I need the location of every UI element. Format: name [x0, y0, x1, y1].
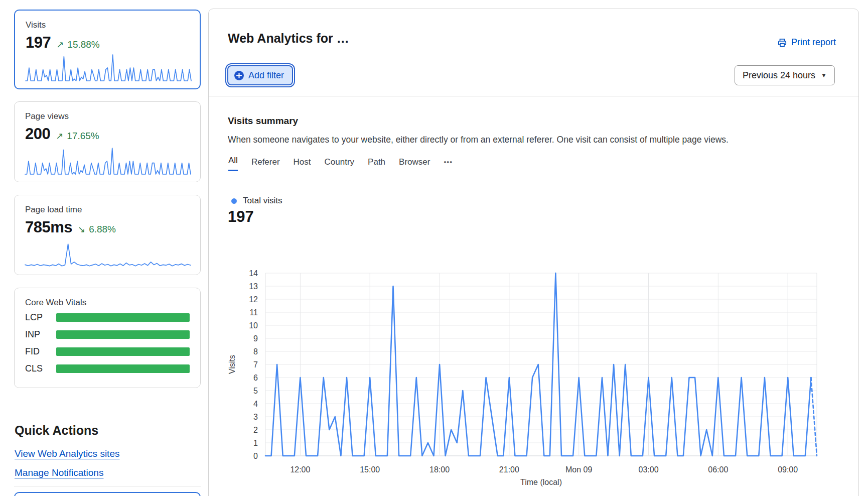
web-analytics-panel: Web Analytics for … Print report Add fil… [208, 9, 859, 496]
sparkline-chart [25, 53, 192, 82]
metric-card-visits[interactable]: Visits 197 ↗15.88% [14, 10, 201, 89]
metric-value: 197 [26, 34, 51, 52]
cut-off-card[interactable] [14, 492, 201, 496]
delta-percent: 17.65% [67, 131, 99, 142]
link-view-web-analytics-sites[interactable]: View Web Analytics sites [15, 448, 119, 459]
print-report-button[interactable]: Print report [777, 37, 836, 48]
chevron-down-icon: ▼ [821, 72, 827, 79]
tab-referer[interactable]: Referer [251, 157, 280, 171]
delta-percent: 15.88% [67, 39, 99, 50]
vital-bar-green [56, 364, 190, 373]
vital-row-cls: CLS [25, 361, 190, 376]
plus-circle-icon [234, 71, 244, 80]
quick-actions-title: Quick Actions [15, 423, 98, 438]
sparkline-chart [25, 242, 191, 268]
total-visits-value: 197 [228, 208, 254, 226]
metric-label: Page views [25, 111, 190, 121]
tab-browser[interactable]: Browser [399, 157, 430, 171]
delta-percent: 6.88% [89, 224, 116, 235]
metric-delta: ↗15.88% [56, 39, 100, 50]
core-web-vitals-title: Core Web Vitals [25, 298, 190, 308]
vital-bar-green [56, 330, 190, 339]
tab-more-icon[interactable]: ••• [444, 158, 453, 171]
print-report-label: Print report [791, 37, 836, 48]
page-title: Web Analytics for … [228, 31, 349, 46]
vital-label: FID [25, 346, 56, 357]
vital-row-lcp: LCP [25, 310, 190, 325]
vital-label: CLS [25, 363, 56, 374]
time-range-dropdown[interactable]: Previous 24 hours ▼ [735, 65, 835, 85]
metric-value: 200 [25, 125, 50, 143]
sparkline-chart [25, 146, 191, 175]
time-range-value: Previous 24 hours [743, 70, 815, 81]
summary-tabs: All Referer Host Country Path Browser ••… [228, 156, 453, 171]
legend-dot-icon [231, 198, 237, 204]
trend-up-icon: ↗ [56, 39, 64, 50]
metric-label: Visits [26, 20, 189, 30]
add-filter-label: Add filter [248, 70, 284, 81]
chart-legend: Total visits [231, 196, 282, 206]
tab-country[interactable]: Country [325, 157, 355, 171]
metric-card-page-load-time[interactable]: Page load time 785ms ↘6.88% [14, 195, 201, 275]
metric-card-page-views[interactable]: Page views 200 ↗17.65% [14, 101, 201, 182]
metric-delta: ↗17.65% [56, 131, 99, 142]
core-web-vitals-card: Core Web Vitals LCP INP FID CLS [14, 288, 201, 388]
link-manage-notifications[interactable]: Manage Notifications [15, 467, 103, 478]
vital-label: INP [25, 329, 56, 340]
vital-bar-green [56, 347, 190, 356]
legend-label: Total visits [243, 196, 282, 206]
sidebar-divider [14, 486, 201, 486]
printer-icon [777, 38, 787, 48]
vital-label: LCP [25, 312, 56, 323]
tab-all[interactable]: All [228, 156, 238, 171]
add-filter-button[interactable]: Add filter [227, 65, 293, 85]
metric-delta: ↘6.88% [78, 224, 116, 235]
vital-row-inp: INP [25, 327, 190, 342]
trend-up-icon: ↗ [56, 131, 63, 142]
metric-label: Page load time [25, 205, 190, 215]
visits-summary-title: Visits summary [228, 115, 298, 127]
header-divider [209, 96, 858, 96]
trend-down-icon: ↘ [78, 224, 85, 235]
vital-bar-green [56, 313, 190, 322]
visits-summary-description: When someone navigates to your website, … [228, 135, 835, 145]
tab-path[interactable]: Path [368, 157, 385, 171]
vital-row-fid: FID [25, 344, 190, 359]
tab-host[interactable]: Host [294, 157, 311, 171]
metric-value: 785ms [25, 218, 72, 236]
